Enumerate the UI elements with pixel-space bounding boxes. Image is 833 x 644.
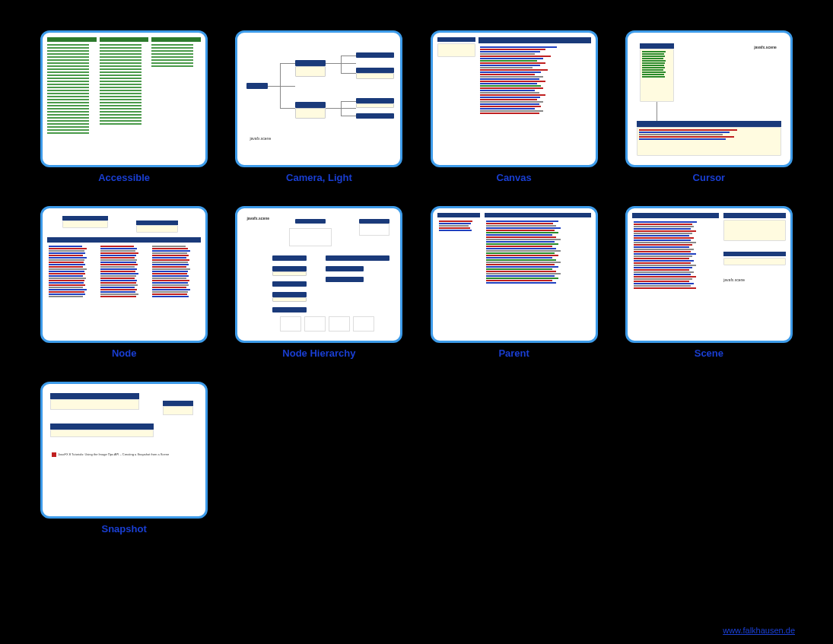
caption-camera-light[interactable]: Camera, Light: [286, 172, 352, 183]
cell-cursor: javafx.scene Cursor: [623, 30, 795, 183]
snapshot-note: JavaFX 8 Tutorials: Using the Image Ops …: [58, 452, 169, 456]
cell-node: Node: [38, 206, 210, 359]
thumb-snapshot[interactable]: JavaFX 8 Tutorials: Using the Image Ops …: [40, 382, 208, 519]
thumb-node[interactable]: [40, 206, 208, 343]
cell-accessible: Accessible: [38, 30, 210, 183]
thumbnail-grid: Accessible: [38, 30, 795, 535]
cell-camera-light: javafx.scene Camera, Light: [233, 30, 405, 183]
thumb-canvas[interactable]: [431, 30, 598, 167]
thumb-camera-light[interactable]: javafx.scene: [235, 30, 402, 167]
cell-node-hierarchy: javafx.scene: [233, 206, 405, 359]
cell-canvas: Canvas: [428, 30, 600, 183]
caption-node[interactable]: Node: [112, 347, 137, 359]
caption-scene[interactable]: Scene: [695, 347, 723, 359]
cell-snapshot: JavaFX 8 Tutorials: Using the Image Ops …: [38, 382, 210, 535]
package-label: javafx.scene: [250, 136, 271, 141]
footer-link[interactable]: www.falkhausen.de: [723, 626, 795, 635]
thumb-parent[interactable]: [431, 206, 598, 343]
caption-parent[interactable]: Parent: [498, 347, 529, 359]
cell-scene: javafx.scene Scene: [623, 206, 795, 359]
caption-accessible[interactable]: Accessible: [98, 172, 150, 183]
package-label-nh: javafx.scene: [246, 216, 269, 220]
thumb-cursor[interactable]: javafx.scene: [625, 30, 793, 167]
caption-cursor[interactable]: Cursor: [693, 172, 726, 183]
thumb-scene[interactable]: javafx.scene: [625, 206, 793, 343]
package-label-scene: javafx.scene: [723, 278, 786, 282]
thumb-accessible[interactable]: [40, 30, 208, 167]
caption-node-hierarchy[interactable]: Node Hierarchy: [282, 347, 355, 359]
caption-snapshot[interactable]: Snapshot: [102, 523, 147, 535]
package-label-cursor: javafx.scene: [754, 45, 777, 49]
caption-canvas[interactable]: Canvas: [497, 172, 532, 183]
pdf-icon: [52, 452, 56, 457]
cell-parent: Parent: [428, 206, 600, 359]
thumb-node-hierarchy[interactable]: javafx.scene: [235, 206, 402, 343]
